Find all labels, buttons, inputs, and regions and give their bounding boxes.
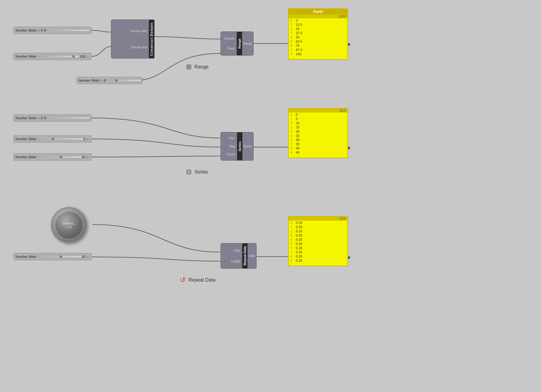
- range-port-domain: Domain: [223, 37, 235, 40]
- series-port-start: Start: [223, 137, 235, 140]
- panel-row-1-7: 787.5: [289, 48, 347, 52]
- panel-1-connector: [347, 43, 350, 46]
- repeat-data-title: Repeat Data: [242, 243, 248, 268]
- slider-thumb-6: [60, 156, 62, 158]
- repeat-port-out: Data: [249, 254, 255, 258]
- panel-2-coord: {0;0}: [289, 109, 347, 113]
- series-port-step: Step: [223, 145, 235, 148]
- range-port-steps: Steps: [223, 47, 235, 50]
- panel-row-2-0: 00: [289, 113, 347, 117]
- series-port-count: Count: [223, 153, 235, 156]
- panel-row-2-3: 315: [289, 125, 347, 129]
- series-icon-label: ⊟ Series: [186, 168, 208, 176]
- number-slider-7[interactable]: Number Slider 10 ◇: [14, 253, 92, 260]
- control-knob-outer[interactable]: Contro... 0.25: [51, 207, 87, 243]
- panel-3-coord: {0;0}: [289, 217, 347, 221]
- panel-row-3-9: 90.25: [289, 258, 347, 263]
- repeat-data-node[interactable]: Data Length Repeat Data Data: [221, 243, 257, 269]
- slider-label-3: Number Slider: [79, 79, 100, 82]
- panel-row-2-1: 15: [289, 117, 347, 121]
- repeat-data-icon-label: ↺ Repeat Data: [180, 276, 215, 284]
- panel-row-1-4: 450: [289, 35, 347, 39]
- panel-1-coord: {0;0}: [289, 14, 347, 18]
- panel-row-3-5: 50.25: [289, 242, 347, 246]
- slider-label-5: Number Slider: [16, 137, 37, 141]
- slider-thumb-1: [44, 29, 46, 32]
- panel-row-2-6: 630: [289, 138, 347, 142]
- slider-track-5: [38, 138, 83, 140]
- panel-row-1-2: 225: [289, 27, 347, 31]
- panel-row-3-1: 10.25: [289, 225, 347, 229]
- range-port-out: Range: [243, 42, 252, 45]
- panel-row-3-6: 60.25: [289, 246, 347, 250]
- panel-row-2-7: 735: [289, 142, 347, 146]
- slider-diamond-2: ◇: [86, 55, 89, 58]
- repeat-data-icon: ↺: [180, 276, 185, 284]
- number-slider-4[interactable]: Number Slider ◇ 0: [14, 114, 92, 122]
- number-slider-5[interactable]: Number Slider 5 ◇: [14, 135, 92, 143]
- panel-row-2-4: 420: [289, 129, 347, 134]
- slider-track-7: [38, 256, 81, 257]
- slider-thumb-5: [52, 138, 54, 140]
- slider-track-1: [44, 30, 89, 31]
- slider-label-4: Number Slider: [16, 116, 37, 120]
- series-label-text: Series: [194, 169, 208, 175]
- series-ports-in: Start Step Count: [221, 132, 237, 160]
- range-label-text: Range: [194, 64, 209, 70]
- number-slider-3[interactable]: Number Slider ◇ 8: [77, 77, 143, 84]
- control-knob-label: Contro...: [62, 222, 76, 225]
- slider-value-4: 0: [41, 116, 43, 120]
- control-knob-inner: Contro... 0.25: [56, 212, 83, 239]
- number-slider-6[interactable]: Number Slider 10 ◇: [14, 153, 92, 161]
- slider-label-1: Number Slider: [16, 29, 37, 32]
- number-slider-1[interactable]: Number Slider ◇ 0: [14, 27, 92, 34]
- panel-row-3-0: 00.25: [289, 221, 347, 225]
- construct-domain-ports: Domain start Domain end: [111, 20, 149, 58]
- panel-row-1-3: 337.5: [289, 31, 347, 35]
- repeat-data-ports-in: Data Length: [221, 243, 242, 268]
- range-icon-label: ⊞ Range: [186, 63, 209, 71]
- range-ports-out: Range: [242, 32, 253, 55]
- panel-row-3-2: 20.25: [289, 229, 347, 233]
- slider-track-3: [107, 80, 140, 81]
- panel-row-1-1: 112.5: [289, 23, 347, 27]
- series-port-out: Series: [244, 145, 252, 148]
- repeat-data-ports-out: Data: [248, 243, 256, 268]
- number-slider-2[interactable]: Number Slider 100 ◇: [14, 53, 92, 60]
- slider-diamond-1: ◇: [38, 29, 40, 32]
- range-icon: ⊞: [186, 63, 191, 71]
- slider-thumb-2: [72, 55, 75, 58]
- control-knob-value: 0.25: [66, 225, 72, 229]
- series-icon: ⊟: [186, 168, 191, 176]
- panel-2-connector: [347, 146, 350, 149]
- slider-diamond-3: ◇: [101, 79, 103, 82]
- slider-value-7: 10: [82, 255, 85, 258]
- range-title: Range: [237, 32, 242, 55]
- panel-row-2-8: 840: [289, 146, 347, 150]
- panel-3-footer: [289, 263, 347, 266]
- panel-row-3-4: 40.25: [289, 237, 347, 242]
- panel-row-3-8: 80.25: [289, 254, 347, 258]
- slider-label-7: Number Slider: [16, 255, 37, 258]
- slider-diamond-7: ◇: [86, 255, 89, 258]
- range-node[interactable]: Domain Steps Range Range: [221, 32, 254, 56]
- slider-thumb-3: [115, 79, 118, 82]
- panel-2-footer: [289, 155, 347, 158]
- panel-3: {0;0} 00.25 10.25 20.25 30.25 40.25 50.2…: [288, 216, 348, 266]
- slider-value-5: 5: [83, 137, 85, 141]
- panel-row-3-7: 70.25: [289, 250, 347, 254]
- slider-track-2: [38, 56, 78, 57]
- construct-domain-title: Construct Domain: [149, 20, 154, 58]
- repeat-port-length: Length: [223, 260, 240, 263]
- panel-row-1-5: 562.5: [289, 39, 347, 44]
- panel-row-2-2: 210: [289, 121, 347, 125]
- panel-row-2-5: 525: [289, 134, 347, 138]
- panel-row-1-8: 8100: [289, 52, 347, 56]
- panel-3-connector: [347, 256, 350, 259]
- slider-value-1: 0: [41, 29, 43, 32]
- construct-domain-node[interactable]: Domain start Domain end Construct Domain: [111, 20, 155, 59]
- range-ports-in: Domain Steps: [221, 32, 237, 55]
- slider-thumb-4: [44, 117, 46, 119]
- panel-row-1-0: 00: [289, 18, 347, 23]
- series-node[interactable]: Start Step Count Series Series: [221, 132, 254, 161]
